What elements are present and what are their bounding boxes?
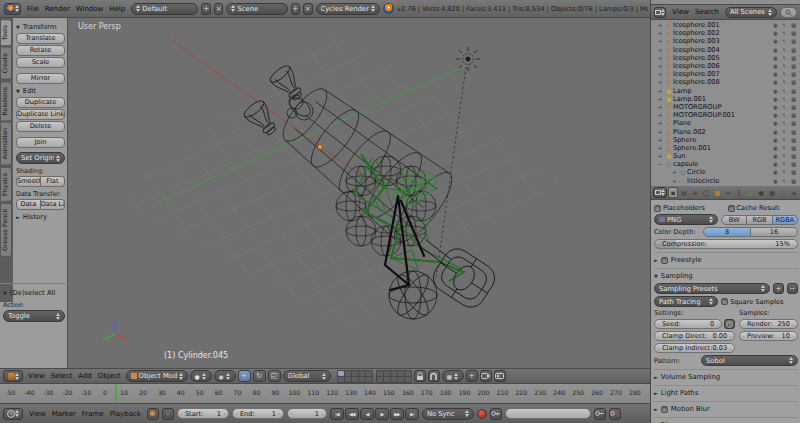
rotate-manip-button[interactable]: ↻ <box>253 370 266 382</box>
tool-button[interactable]: Translate <box>16 33 65 44</box>
jump-to-end-button[interactable]: ▶| <box>405 408 419 420</box>
expander-icon[interactable]: + <box>658 38 665 44</box>
menu-item[interactable]: Help <box>109 5 125 13</box>
renderability-icon[interactable] <box>789 129 798 135</box>
history-panel-header[interactable]: History <box>16 212 65 222</box>
tab-object-icon[interactable]: ■ <box>712 187 722 198</box>
menu-item[interactable]: Object <box>98 372 121 380</box>
editor-type-button[interactable] <box>653 187 667 198</box>
sampling-presets-select[interactable]: Sampling Presets <box>654 283 770 294</box>
channel-rgba-button[interactable]: RGBA <box>773 215 798 225</box>
layer-toggle[interactable] <box>405 371 411 376</box>
layer-toggle[interactable] <box>398 377 404 382</box>
layer-toggle[interactable] <box>352 371 358 376</box>
editor-type-button[interactable] <box>654 7 666 18</box>
channel-rgb-button[interactable]: RGB <box>747 215 772 225</box>
visibility-eye-icon[interactable] <box>771 169 780 175</box>
close-scene-button[interactable]: × <box>303 3 313 15</box>
layer-toggle[interactable] <box>352 377 358 382</box>
visibility-eye-icon[interactable] <box>771 79 780 85</box>
transform-orientation-select[interactable]: Global <box>283 370 331 382</box>
expander-icon[interactable]: + <box>658 71 665 77</box>
visibility-eye-icon[interactable] <box>771 145 780 151</box>
layer-toggle[interactable] <box>398 371 404 376</box>
tab-world-icon[interactable]: ◯ <box>701 187 711 198</box>
layer-toggle[interactable] <box>405 377 411 382</box>
scene-selector[interactable]: Scene <box>226 3 287 15</box>
renderability-icon[interactable] <box>789 38 798 44</box>
render-opengl-button[interactable] <box>480 370 492 382</box>
jump-to-start-button[interactable]: |◀ <box>330 408 344 420</box>
add-preset-button[interactable]: + <box>773 283 784 294</box>
renderability-icon[interactable] <box>789 137 798 143</box>
visibility-eye-icon[interactable] <box>771 137 780 143</box>
next-keyframe-button[interactable]: ▶▶ <box>390 408 404 420</box>
renderability-icon[interactable] <box>789 88 798 94</box>
keying-set-select[interactable] <box>490 408 502 420</box>
visibility-eye-icon[interactable] <box>771 96 780 102</box>
timeline-ruler[interactable]: -50-40-30-20-100102030405060708090100110… <box>0 384 650 403</box>
visibility-eye-icon[interactable] <box>771 22 780 28</box>
frame-lock-button[interactable]: ◦ <box>162 408 174 420</box>
expander-icon[interactable]: + <box>658 112 665 118</box>
motion-blur-panel-header[interactable]: Motion Blur <box>654 404 798 414</box>
outliner-item[interactable]: + ▲ Plane.002 <box>651 127 800 135</box>
layer-toggle[interactable] <box>366 371 372 376</box>
expander-icon[interactable]: + <box>658 47 665 53</box>
visibility-eye-icon[interactable] <box>771 120 780 126</box>
sync-mode-select[interactable]: No Sync <box>422 408 474 420</box>
add-layout-button[interactable]: + <box>201 3 211 15</box>
menu-item[interactable]: View <box>29 410 46 418</box>
expander-icon[interactable]: + <box>658 22 665 28</box>
menu-item[interactable]: View <box>672 8 689 16</box>
viewport-shading-select[interactable]: ● <box>190 370 212 382</box>
selectability-icon[interactable] <box>780 88 789 94</box>
visibility-eye-icon[interactable] <box>771 71 780 77</box>
expander-icon[interactable]: + <box>672 178 679 184</box>
renderability-icon[interactable] <box>789 30 798 36</box>
outliner-item[interactable]: + ▲ Icosphere.006 <box>651 62 800 70</box>
start-frame-field[interactable]: Start: 1 <box>177 408 229 419</box>
snap-toggle-button[interactable] <box>428 370 440 382</box>
tab-render-layers-icon[interactable]: ▤ <box>679 187 689 198</box>
expander-icon[interactable]: + <box>658 63 665 69</box>
outliner-item[interactable]: + ○ Circle <box>651 168 800 176</box>
selectability-icon[interactable] <box>780 178 789 184</box>
play-button[interactable]: ▶ <box>375 408 389 420</box>
render-engine-select[interactable]: Cycles Render <box>316 3 380 15</box>
selectability-icon[interactable] <box>780 112 789 118</box>
visibility-eye-icon[interactable] <box>771 55 780 61</box>
tool-button[interactable]: Scale <box>16 57 65 68</box>
expander-icon[interactable]: + <box>658 30 665 36</box>
expander-icon[interactable]: + <box>658 137 665 143</box>
light-paths-panel-header[interactable]: Light Paths <box>654 388 798 398</box>
remove-preset-button[interactable]: − <box>787 283 798 294</box>
insert-keyframe-button[interactable] <box>594 408 606 420</box>
layer-toggle[interactable] <box>345 371 351 376</box>
renderability-icon[interactable] <box>789 47 798 53</box>
volume-sampling-panel-header[interactable]: Volume Sampling <box>654 372 798 382</box>
action-dropdown[interactable]: Toggle <box>3 310 65 322</box>
menu-item[interactable]: Search <box>695 8 719 16</box>
expander-icon[interactable]: + <box>658 145 665 151</box>
square-samples-checkbox[interactable]: Square Samples <box>721 298 798 306</box>
depth-16-button[interactable]: 16 <box>751 227 798 237</box>
selectability-icon[interactable] <box>780 79 789 85</box>
editor-type-button[interactable] <box>4 3 21 15</box>
tab-physics-icon[interactable]: ◈ <box>789 187 799 198</box>
expander-icon[interactable]: − <box>658 161 665 167</box>
renderability-icon[interactable] <box>789 120 798 126</box>
keying-set-field[interactable] <box>505 408 591 419</box>
preview-range-button[interactable] <box>147 408 159 420</box>
selectability-icon[interactable] <box>780 129 789 135</box>
outliner-item[interactable]: + ▲ Icosphere.005 <box>651 54 800 62</box>
selectability-icon[interactable] <box>780 169 789 175</box>
tab-constraints-icon[interactable]: ∞ <box>723 187 733 198</box>
seed-field[interactable]: Seed: 0 <box>654 319 722 329</box>
outliner-item[interactable]: + ▲ Icosphere.007 <box>651 70 800 78</box>
shelf-tab-physics[interactable]: Physics <box>0 167 12 202</box>
placeholders-checkbox[interactable]: Placeholders <box>654 204 725 212</box>
tab-material-icon[interactable]: ● <box>756 187 766 198</box>
lock-to-scene-button[interactable] <box>414 370 426 382</box>
outliner-item[interactable]: + ▲ Icosphere.004 <box>651 46 800 54</box>
